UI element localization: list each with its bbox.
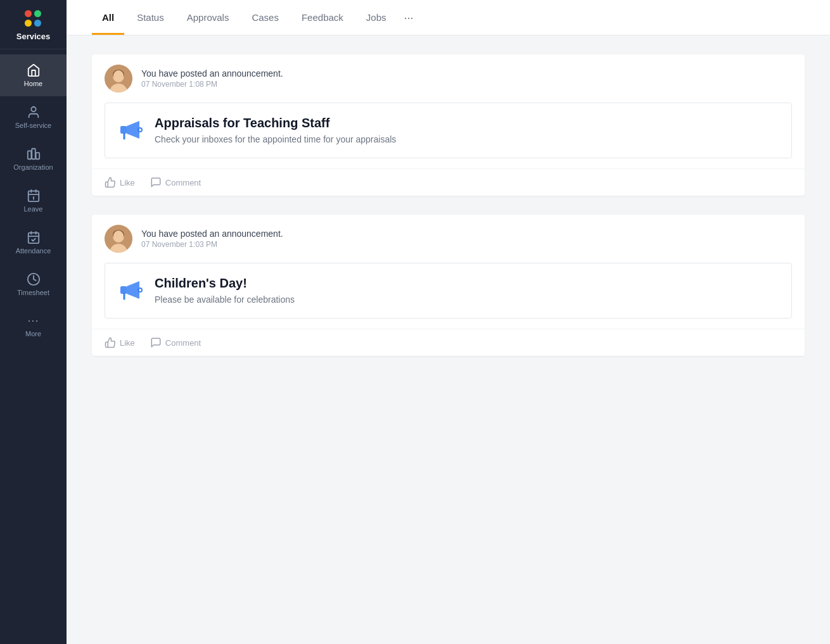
like-label: Like <box>120 338 135 348</box>
post-actions: Like Comment <box>92 168 805 196</box>
avatar-image <box>105 65 132 92</box>
sidebar-item-organization[interactable]: Organization <box>0 138 67 180</box>
announcement-content: Appraisals for Teaching Staff Check your… <box>155 116 396 144</box>
post-card: You have posted an announcement. 07 Nove… <box>92 54 805 196</box>
announcement-body: Please be available for celebrations <box>155 294 295 305</box>
self-service-icon <box>27 105 41 119</box>
post-announcement-text: You have posted an announcement. <box>141 229 283 239</box>
sidebar-item-organization-label: Organization <box>13 163 53 171</box>
post-time: 07 November 1:08 PM <box>141 80 283 89</box>
like-label: Like <box>120 178 135 187</box>
tab-status[interactable]: Status <box>127 1 174 35</box>
sidebar-item-attendance[interactable]: Attendance <box>0 222 67 263</box>
dot-green <box>34 10 41 17</box>
dot-blue <box>34 20 41 27</box>
announcement-title: Children's Day! <box>155 276 295 291</box>
announcement-box: Children's Day! Please be available for … <box>105 263 792 319</box>
timesheet-icon <box>27 272 41 286</box>
post-card: You have posted an announcement. 07 Nove… <box>92 215 805 356</box>
megaphone-icon <box>119 117 144 145</box>
sidebar-item-more[interactable]: ··· More <box>0 305 67 346</box>
tab-cases[interactable]: Cases <box>241 1 289 35</box>
svg-rect-26 <box>120 286 127 294</box>
tab-approvals[interactable]: Approvals <box>177 1 239 35</box>
post-header: You have posted an announcement. 07 Nove… <box>92 54 805 103</box>
sidebar-item-home[interactable]: Home <box>0 54 67 96</box>
like-button[interactable]: Like <box>105 177 135 188</box>
avatar <box>105 225 132 253</box>
leave-icon <box>27 189 41 203</box>
comment-button[interactable]: Comment <box>150 337 201 348</box>
sidebar-item-home-label: Home <box>24 80 42 87</box>
announcement-box: Appraisals for Teaching Staff Check your… <box>105 103 792 158</box>
comment-button[interactable]: Comment <box>150 177 201 188</box>
tab-all[interactable]: All <box>92 1 124 35</box>
feed: You have posted an announcement. 07 Nove… <box>67 35 830 375</box>
brand-logo <box>25 10 42 27</box>
avatar <box>105 65 132 92</box>
avatar-image <box>105 225 132 253</box>
post-header: You have posted an announcement. 07 Nove… <box>92 215 805 263</box>
sidebar-item-timesheet-label: Timesheet <box>17 289 49 296</box>
post-meta: You have posted an announcement. 07 Nove… <box>141 68 283 89</box>
comment-icon <box>150 177 162 188</box>
announcement-body: Check your inboxes for the appointed tim… <box>155 134 396 144</box>
svg-rect-19 <box>120 126 127 134</box>
svg-rect-2 <box>32 149 35 160</box>
sidebar-item-attendance-label: Attendance <box>16 247 51 255</box>
sidebar-item-more-label: More <box>25 330 41 338</box>
comment-icon <box>150 337 162 348</box>
sidebar: Services Home Self-service O <box>0 0 67 644</box>
main-content: All Status Approvals Cases Feedback Jobs… <box>67 0 830 644</box>
tab-more[interactable]: ··· <box>399 0 419 35</box>
home-icon <box>27 63 41 77</box>
post-announcement-text: You have posted an announcement. <box>141 68 283 79</box>
announcement-title: Appraisals for Teaching Staff <box>155 116 396 130</box>
organization-icon <box>27 147 41 161</box>
sidebar-item-timesheet[interactable]: Timesheet <box>0 263 67 305</box>
post-meta: You have posted an announcement. 07 Nove… <box>141 229 283 249</box>
attendance-icon <box>27 230 41 244</box>
svg-rect-4 <box>28 191 39 202</box>
svg-point-0 <box>31 107 35 111</box>
comment-label: Comment <box>165 178 201 187</box>
svg-point-24 <box>113 230 124 242</box>
svg-point-17 <box>113 70 124 82</box>
dot-red <box>25 10 32 17</box>
dot-yellow <box>25 20 32 27</box>
svg-rect-3 <box>35 153 39 159</box>
post-time: 07 November 1:03 PM <box>141 240 283 249</box>
tab-feedback[interactable]: Feedback <box>291 1 354 35</box>
comment-label: Comment <box>165 338 201 348</box>
svg-point-20 <box>138 128 142 132</box>
like-button[interactable]: Like <box>105 337 135 348</box>
brand-label: Services <box>16 32 51 41</box>
svg-point-27 <box>138 288 142 292</box>
megaphone-icon <box>119 277 144 305</box>
sidebar-item-self-service-label: Self-service <box>15 122 51 129</box>
like-icon <box>105 337 116 348</box>
post-actions: Like Comment <box>92 329 805 356</box>
tab-bar: All Status Approvals Cases Feedback Jobs… <box>67 0 830 35</box>
tab-jobs[interactable]: Jobs <box>356 1 397 35</box>
announcement-content: Children's Day! Please be available for … <box>155 276 295 305</box>
svg-rect-1 <box>27 151 31 159</box>
sidebar-item-leave[interactable]: Leave <box>0 180 67 222</box>
sidebar-nav: Home Self-service Organization <box>0 49 67 644</box>
like-icon <box>105 177 116 188</box>
sidebar-item-self-service[interactable]: Self-service <box>0 96 67 138</box>
sidebar-brand: Services <box>0 0 67 49</box>
svg-rect-9 <box>28 233 39 244</box>
more-dots-icon: ··· <box>27 314 39 327</box>
sidebar-item-leave-label: Leave <box>24 205 43 213</box>
